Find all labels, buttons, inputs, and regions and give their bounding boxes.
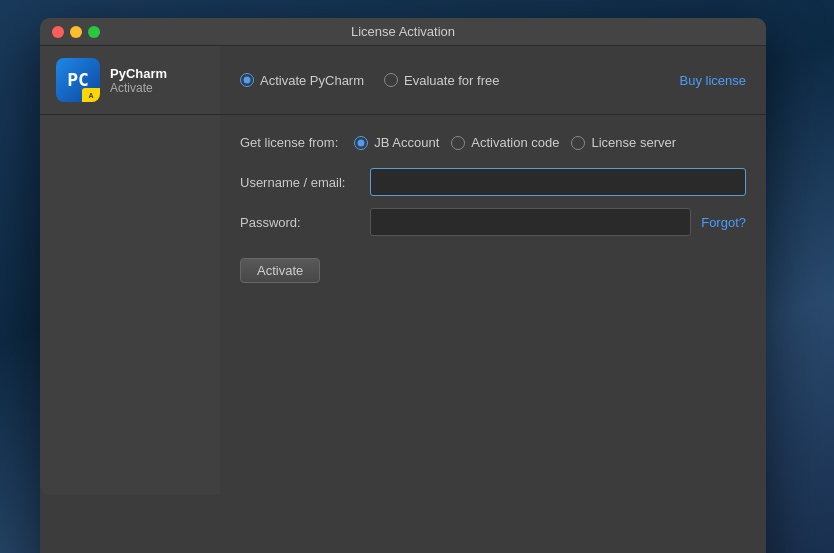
license-server-radio[interactable]: [571, 136, 585, 150]
logo-title: PyCharm: [110, 66, 167, 81]
traffic-lights: [52, 26, 100, 38]
logo-badge: A: [82, 88, 100, 102]
logo-initials: PC: [67, 71, 89, 89]
buy-license-link[interactable]: Buy license: [680, 73, 746, 88]
jb-account-option[interactable]: JB Account: [354, 135, 439, 150]
main-col: Get license from: JB Account Activation …: [220, 115, 766, 495]
license-activation-window: License Activation PC A PyCharm Activate…: [40, 18, 766, 553]
activation-code-option[interactable]: Activation code: [451, 135, 559, 150]
logo-area: PC A PyCharm Activate: [40, 46, 220, 114]
jb-account-radio[interactable]: [354, 136, 368, 150]
logo-labels: PyCharm Activate: [110, 66, 167, 95]
license-server-option[interactable]: License server: [571, 135, 676, 150]
sidebar-col: [40, 115, 220, 495]
title-bar: License Activation: [40, 18, 766, 46]
pycharm-logo-icon: PC A: [56, 58, 100, 102]
options-area: Activate PyCharm Evaluate for free Buy l…: [220, 46, 766, 114]
activate-pycharm-label: Activate PyCharm: [260, 73, 364, 88]
evaluate-free-label: Evaluate for free: [404, 73, 499, 88]
jb-account-label: JB Account: [374, 135, 439, 150]
close-button[interactable]: [52, 26, 64, 38]
username-label: Username / email:: [240, 175, 370, 190]
evaluate-free-option[interactable]: Evaluate for free: [384, 73, 499, 88]
top-section: PC A PyCharm Activate Activate PyCharm E…: [40, 46, 766, 115]
license-server-label: License server: [591, 135, 676, 150]
activate-button[interactable]: Activate: [240, 258, 320, 283]
username-input[interactable]: [370, 168, 746, 196]
password-row: Password: Forgot?: [240, 208, 746, 236]
activation-options: Activate PyCharm Evaluate for free: [240, 73, 499, 88]
activate-pycharm-option[interactable]: Activate PyCharm: [240, 73, 364, 88]
minimize-button[interactable]: [70, 26, 82, 38]
logo-badge-text: A: [88, 92, 93, 99]
forgot-link[interactable]: Forgot?: [701, 215, 746, 230]
activation-code-label: Activation code: [471, 135, 559, 150]
username-row: Username / email:: [240, 168, 746, 196]
content-wrapper: Get license from: JB Account Activation …: [40, 115, 766, 495]
activate-button-row: Activate: [240, 248, 746, 283]
license-source-label: Get license from:: [240, 135, 338, 150]
activation-code-radio[interactable]: [451, 136, 465, 150]
maximize-button[interactable]: [88, 26, 100, 38]
password-input[interactable]: [370, 208, 691, 236]
license-source-row: Get license from: JB Account Activation …: [240, 135, 746, 150]
password-label: Password:: [240, 215, 370, 230]
logo-subtitle: Activate: [110, 81, 167, 95]
activate-pycharm-radio[interactable]: [240, 73, 254, 87]
window-title: License Activation: [351, 24, 455, 39]
evaluate-free-radio[interactable]: [384, 73, 398, 87]
